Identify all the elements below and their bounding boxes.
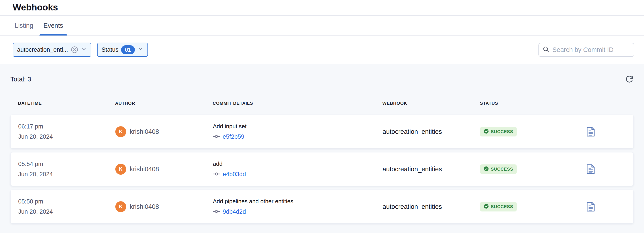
summary-row: Total: 3 (10, 64, 634, 83)
author-name: krishi0408 (130, 128, 159, 135)
column-header-commit-details: COMMIT DETAILS (213, 101, 382, 106)
commit-search-box (538, 43, 634, 57)
tab-events-label: Events (44, 22, 63, 29)
events-table-body: 06:17 pm Jun 20, 2024 K krishi0408 Add i… (10, 115, 634, 223)
commit-details: Add input set e5f2b59 (213, 123, 382, 140)
event-date: Jun 20, 2024 (18, 133, 115, 140)
page-header: Webhooks (0, 0, 644, 16)
tab-events[interactable]: Events (40, 16, 67, 36)
refresh-button[interactable] (625, 75, 634, 83)
git-commit-icon (213, 172, 220, 177)
event-time: 05:50 pm (18, 198, 115, 205)
status-filter-chip[interactable]: Status 01 (97, 43, 148, 57)
status-label: SUCCESS (491, 204, 513, 209)
avatar-initial: K (119, 129, 123, 135)
status-badge: SUCCESS (480, 127, 517, 136)
event-time: 05:54 pm (18, 161, 115, 167)
author-name: krishi0408 (130, 165, 159, 173)
status-label: SUCCESS (491, 167, 513, 172)
avatar-initial: K (119, 166, 123, 172)
events-section: Total: 3 DATETIME AUTHOR COMMIT DETAILS … (0, 64, 644, 233)
payload-details-icon[interactable] (586, 127, 595, 137)
event-datetime: 05:50 pm Jun 20, 2024 (18, 198, 115, 215)
column-header-author: AUTHOR (115, 101, 213, 106)
commit-link[interactable]: 9db4d2d (223, 208, 246, 215)
status-filter-count-badge: 01 (121, 45, 135, 54)
status-cell: SUCCESS (480, 127, 586, 136)
page-title: Webhooks (13, 2, 644, 13)
event-datetime: 05:54 pm Jun 20, 2024 (18, 161, 115, 178)
event-date: Jun 20, 2024 (18, 208, 115, 215)
tab-listing-label: Listing (15, 22, 33, 29)
avatar: K (115, 126, 126, 137)
table-row: 06:17 pm Jun 20, 2024 K krishi0408 Add i… (10, 115, 634, 148)
webhook-filter-chip[interactable]: autocreation_enti... (13, 43, 91, 57)
total-count: Total: 3 (10, 76, 31, 83)
check-circle-icon (484, 129, 489, 135)
event-author: K krishi0408 (115, 126, 213, 137)
webhook-name: autocreation_entities (382, 165, 480, 173)
commit-message: add (213, 160, 382, 167)
status-cell: SUCCESS (480, 202, 586, 211)
author-name: krishi0408 (130, 203, 159, 210)
event-author: K krishi0408 (115, 201, 213, 212)
payload-details-icon[interactable] (586, 164, 595, 174)
search-icon (542, 46, 550, 54)
commit-details: add e4b03dd (213, 160, 382, 178)
commit-details: Add pipelines and other entities 9db4d2d (213, 198, 382, 215)
avatar: K (115, 164, 126, 175)
commit-link[interactable]: e5f2b59 (223, 133, 244, 140)
tab-bar: Listing Events (0, 16, 644, 36)
clear-filter-icon[interactable] (71, 46, 78, 54)
column-header-status: STATUS (480, 101, 586, 106)
status-filter-label: Status (102, 46, 119, 53)
filter-bar: autocreation_enti... Status 01 (0, 36, 644, 64)
commit-search-input[interactable] (552, 46, 630, 54)
column-header-webhook: WEBHOOK (382, 101, 480, 106)
event-author: K krishi0408 (115, 164, 213, 175)
table-header-row: DATETIME AUTHOR COMMIT DETAILS WEBHOOK S… (10, 101, 634, 106)
payload-details-icon[interactable] (586, 202, 595, 212)
commit-link[interactable]: e4b03dd (223, 171, 246, 178)
check-circle-icon (484, 204, 489, 210)
status-cell: SUCCESS (480, 164, 586, 174)
event-date: Jun 20, 2024 (18, 171, 115, 178)
column-header-datetime: DATETIME (18, 101, 115, 106)
webhook-name: autocreation_entities (382, 203, 480, 210)
git-commit-icon (213, 134, 220, 139)
commit-message: Add input set (213, 123, 382, 130)
avatar-initial: K (119, 204, 123, 210)
chevron-down-icon (81, 46, 87, 54)
status-badge: SUCCESS (480, 202, 517, 211)
webhook-name: autocreation_entities (382, 128, 480, 135)
commit-message: Add pipelines and other entities (213, 198, 382, 205)
check-circle-icon (484, 166, 489, 172)
status-label: SUCCESS (491, 129, 513, 134)
tab-listing[interactable]: Listing (11, 16, 37, 36)
webhook-filter-label: autocreation_enti... (17, 46, 68, 53)
git-commit-icon (213, 209, 220, 214)
event-time: 06:17 pm (18, 123, 115, 130)
table-row: 05:50 pm Jun 20, 2024 K krishi0408 Add p… (10, 190, 634, 223)
avatar: K (115, 201, 126, 212)
chevron-down-icon (138, 46, 144, 54)
status-badge: SUCCESS (480, 164, 517, 174)
event-datetime: 06:17 pm Jun 20, 2024 (18, 123, 115, 140)
table-row: 05:54 pm Jun 20, 2024 K krishi0408 add e… (10, 152, 634, 186)
